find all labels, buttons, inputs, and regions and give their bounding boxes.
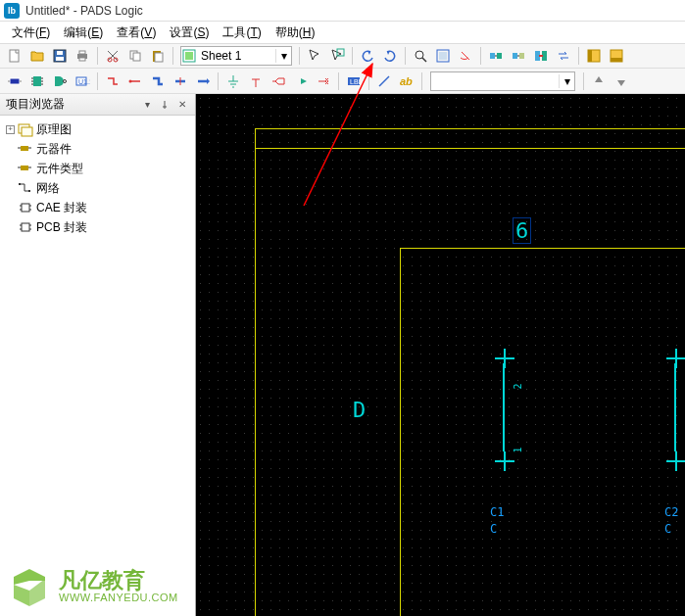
wire-button[interactable] — [102, 71, 123, 92]
close-icon[interactable]: ✕ — [175, 98, 189, 112]
menu-tools[interactable]: 工具(T) — [217, 23, 267, 43]
project-tree: + 原理图 元器件 元件类型 网络 CAE 封 — [0, 116, 195, 616]
bus-button[interactable] — [147, 71, 169, 92]
name-selector[interactable]: ▾ — [430, 71, 575, 91]
svg-rect-64 — [21, 166, 28, 170]
chevron-down-icon[interactable]: ▾ — [275, 49, 291, 63]
name-input[interactable] — [431, 74, 559, 88]
menu-settings[interactable]: 设置(S) — [164, 23, 215, 43]
layout-link-button[interactable] — [485, 45, 507, 67]
new-button[interactable] — [4, 45, 25, 67]
refdes-c2[interactable]: C2 — [664, 505, 678, 519]
svg-rect-20 — [490, 53, 495, 59]
wire[interactable] — [503, 363, 505, 451]
svg-rect-69 — [22, 204, 29, 212]
menu-view[interactable]: 查看(V) — [111, 23, 162, 43]
tree-item-components[interactable]: 元器件 — [2, 139, 193, 159]
copy-button[interactable] — [124, 45, 146, 67]
redo-button[interactable] — [379, 45, 401, 67]
part-button[interactable] — [4, 71, 25, 92]
tree-item-cae[interactable]: CAE 封装 — [2, 198, 193, 217]
schematic-canvas[interactable]: 6 D 1 2 1 C1 C C2 C — [196, 94, 685, 616]
watermark: 凡亿教育 WWW.FANYEDU.COM — [8, 565, 178, 608]
titlebar: lb Untitled* - PADS Logic — [0, 0, 685, 22]
spacer — [6, 204, 15, 213]
menu-help[interactable]: 帮助(H) — [269, 23, 321, 43]
ground-button[interactable] — [222, 71, 244, 92]
cut-button[interactable] — [102, 45, 123, 67]
separator — [578, 47, 579, 65]
tree-item-parttypes[interactable]: 元件类型 — [2, 159, 193, 178]
chevron-down-icon[interactable]: ▾ — [559, 74, 574, 88]
move-down-button[interactable] — [611, 71, 632, 92]
tree-label: 网络 — [36, 180, 60, 197]
value-c2[interactable]: C — [664, 522, 671, 536]
tree-label: 原理图 — [36, 121, 72, 138]
paste-button[interactable] — [147, 45, 169, 67]
component-pin[interactable] — [495, 349, 514, 368]
spacer — [6, 145, 15, 154]
tree-item-pcb[interactable]: PCB 封装 — [2, 217, 193, 237]
ic-button[interactable] — [26, 71, 48, 92]
menu-file[interactable]: 文件(F) — [6, 23, 56, 43]
undo-button[interactable] — [357, 45, 378, 67]
draw-line-button[interactable] — [373, 71, 395, 92]
label-button[interactable]: LBL — [343, 71, 365, 92]
refdes-c1[interactable]: C1 — [490, 505, 504, 519]
print-button[interactable] — [72, 45, 93, 67]
open-button[interactable] — [26, 45, 48, 67]
sheet-selector[interactable]: ▾ — [180, 46, 292, 66]
extend-bus-button[interactable] — [192, 71, 214, 92]
row-label-D: D — [353, 398, 366, 422]
route-link-button[interactable] — [508, 45, 529, 67]
toolbar-main: ▾ — [0, 43, 685, 69]
expand-icon[interactable]: + — [6, 125, 15, 134]
svg-rect-21 — [497, 53, 502, 59]
select-button[interactable] — [304, 45, 325, 67]
parttypes-icon — [18, 162, 33, 175]
net-flag-button[interactable] — [268, 71, 289, 92]
refresh-button[interactable] — [455, 45, 476, 67]
sheet-icon — [181, 48, 197, 64]
component-pin[interactable] — [666, 349, 685, 368]
tree-item-nets[interactable]: 网络 — [2, 178, 193, 198]
text-button[interactable]: ab — [396, 71, 417, 92]
continue-wire-button[interactable] — [124, 71, 146, 92]
separator — [338, 72, 339, 90]
separator — [299, 47, 300, 65]
save-button[interactable] — [49, 45, 71, 67]
component-pin[interactable] — [495, 451, 514, 471]
project-browser-panel: 项目浏览器 ▾ ✕ + 原理图 元器件 元件类型 — [0, 94, 196, 616]
zoom-button[interactable] — [410, 45, 431, 67]
select-area-button[interactable] — [326, 45, 348, 67]
watermark-logo-icon — [8, 565, 51, 608]
panel-header: 项目浏览器 ▾ ✕ — [0, 94, 195, 116]
pin-icon[interactable] — [158, 98, 171, 112]
noconnect-button[interactable] — [313, 71, 334, 92]
svg-rect-60 — [22, 127, 32, 136]
split-bus-button[interactable] — [170, 71, 191, 92]
version-button[interactable]: U1.1 — [72, 71, 93, 92]
power-button[interactable] — [245, 71, 267, 92]
offpage-button[interactable] — [290, 71, 312, 92]
spacer — [6, 165, 15, 173]
gate-button[interactable] — [49, 71, 71, 92]
component-pin[interactable] — [666, 451, 685, 471]
svg-point-16 — [416, 51, 423, 59]
wire[interactable] — [674, 363, 676, 451]
svg-rect-31 — [611, 58, 622, 62]
output-panel-button[interactable] — [606, 45, 627, 67]
toggle-panel-button[interactable] — [583, 45, 605, 67]
compare-button[interactable] — [530, 45, 552, 67]
menu-edit[interactable]: 编辑(E) — [58, 23, 109, 43]
sheet-input[interactable] — [197, 49, 275, 63]
panel-menu-icon[interactable]: ▾ — [140, 98, 154, 112]
swap-button[interactable] — [553, 45, 574, 67]
nets-icon — [18, 181, 33, 195]
watermark-name: 凡亿教育 — [59, 570, 178, 592]
tree-item-schematic[interactable]: + 原理图 — [2, 119, 193, 139]
svg-rect-68 — [28, 190, 30, 192]
move-up-button[interactable] — [588, 71, 610, 92]
value-c1[interactable]: C — [490, 522, 497, 536]
zoom-sheet-button[interactable] — [432, 45, 454, 67]
